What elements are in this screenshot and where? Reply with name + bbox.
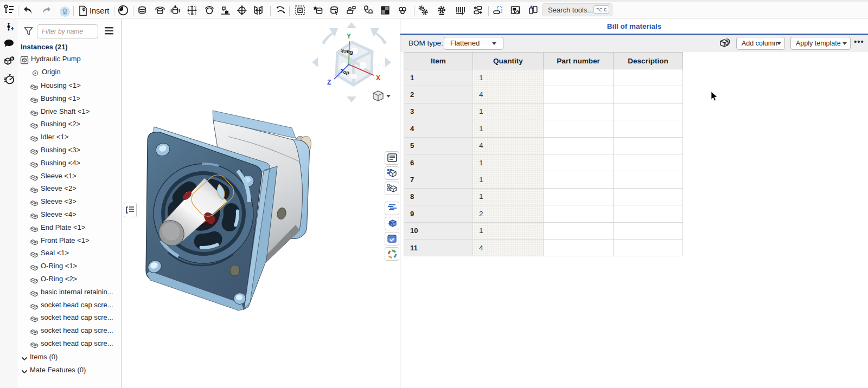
svg-text:X: X [376,74,380,82]
svg-text:Y: Y [347,33,351,40]
svg-text:?: ? [11,57,14,61]
svg-text:Z: Z [327,79,331,86]
